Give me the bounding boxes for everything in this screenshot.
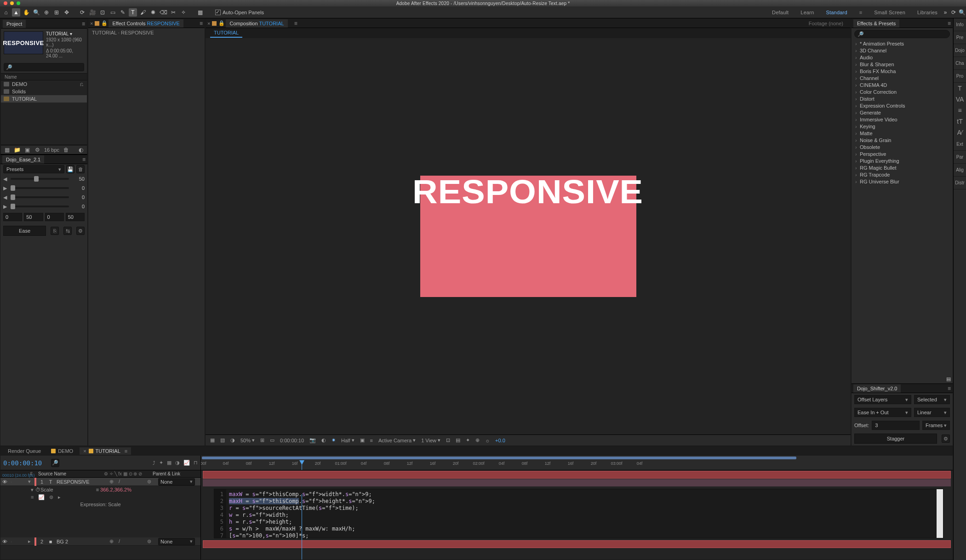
- ep-category[interactable]: › CINEMA 4D: [852, 81, 953, 88]
- ds-panel-menu-icon[interactable]: ≡: [948, 385, 951, 392]
- cam-icon[interactable]: 🎥: [88, 8, 97, 17]
- layer-bar-bg2[interactable]: [203, 540, 951, 548]
- project-panel-menu-icon[interactable]: ≡: [82, 21, 85, 27]
- ease-mini-input[interactable]: 0: [3, 213, 22, 221]
- auto-open-panels-checkbox[interactable]: Auto-Open Panels: [215, 10, 264, 15]
- ds-ease-dropdown[interactable]: Ease In + Out▾: [854, 408, 911, 417]
- hand-icon[interactable]: ✋: [22, 8, 30, 17]
- roi-icon[interactable]: ▭: [269, 437, 275, 443]
- zoom-dropdown[interactable]: 50% ▾: [240, 437, 256, 443]
- expo-icon[interactable]: ☼: [484, 438, 491, 443]
- interpret-icon[interactable]: ▦: [4, 147, 10, 153]
- stopwatch-icon[interactable]: ⏱: [35, 487, 40, 492]
- panel-menu-icon[interactable]: ≡: [125, 448, 127, 454]
- parent-dropdown[interactable]: None ▾: [158, 538, 195, 545]
- timeline-tracks[interactable]: 1234567 maxW = s="f">thisComp.s="f">widt…: [201, 470, 953, 560]
- label-color[interactable]: [34, 478, 36, 486]
- tl-shy-icon[interactable]: ⤴: [153, 460, 155, 466]
- workspace-overflow-icon[interactable]: »: [941, 8, 949, 17]
- show-channel-icon[interactable]: ◐: [320, 437, 327, 443]
- folder-new-icon[interactable]: 📁: [14, 147, 20, 153]
- timeline-search-input[interactable]: 🔎: [51, 459, 59, 467]
- collapsed-tab[interactable]: Dojo: [954, 44, 966, 57]
- ep-category[interactable]: › Noise & Grain: [852, 137, 953, 143]
- flowchart-icon[interactable]: ⎌: [80, 81, 83, 87]
- tab-effects-presets[interactable]: Effects & Presets: [853, 19, 899, 28]
- stagger-button[interactable]: Stagger: [854, 434, 937, 444]
- orbit-icon[interactable]: ⊕: [42, 8, 51, 17]
- expr-graph-icon[interactable]: 📈: [38, 494, 45, 500]
- layer-switches[interactable]: ⊕ /: [109, 538, 144, 544]
- char-tool-icon[interactable]: T: [954, 83, 966, 94]
- layer-row[interactable]: 👁·▾1TRESPONSIVE⊕ /⊚None ▾: [0, 478, 200, 486]
- search-help-icon[interactable]: 🔍: [958, 8, 966, 17]
- ease-slider[interactable]: ▶0: [0, 183, 87, 193]
- dojo-ease-presets-dropdown[interactable]: Presets ▾: [3, 165, 64, 173]
- ep-category[interactable]: › Expression Controls: [852, 102, 953, 109]
- timeline-icon[interactable]: ≡: [369, 438, 374, 443]
- eye-icon[interactable]: 👁: [2, 479, 8, 485]
- dojo-ease-save-icon[interactable]: 💾: [66, 165, 74, 173]
- collapsed-tab[interactable]: Alig: [954, 164, 966, 177]
- effects-presets-tree[interactable]: › * Animation Presets› 3D Channel› Audio…: [852, 40, 953, 376]
- label-color[interactable]: [34, 537, 36, 546]
- ep-category[interactable]: › Plugin Everything: [852, 157, 953, 164]
- views-dropdown[interactable]: 1 View ▾: [420, 437, 441, 443]
- eraser-icon[interactable]: ⌫: [159, 8, 167, 17]
- lock-icon[interactable]: 🔒: [101, 20, 108, 26]
- ep-category[interactable]: › Channel: [852, 74, 953, 81]
- layer-bar-responsive[interactable]: [203, 471, 951, 479]
- ease-slider[interactable]: ◀0: [0, 193, 87, 202]
- zoom-icon[interactable]: 🔍: [32, 8, 40, 17]
- close-icon[interactable]: ×: [83, 448, 86, 454]
- workspace-small-screen[interactable]: Small Screen: [874, 8, 905, 17]
- resolution-dropdown[interactable]: Half ▾: [340, 437, 355, 443]
- ep-category[interactable]: › Blur & Sharpen: [852, 61, 953, 68]
- tab-project[interactable]: Project: [3, 20, 26, 28]
- pan-behind-icon[interactable]: ⊡: [98, 8, 107, 17]
- ep-category[interactable]: › Keying: [852, 123, 953, 130]
- viewer-panel-menu-icon[interactable]: ≡: [294, 20, 297, 27]
- ep-category[interactable]: › Perspective: [852, 150, 953, 157]
- color-mgmt-icon[interactable]: ✷: [331, 437, 337, 443]
- ease-link-icon[interactable]: ⇆: [63, 227, 72, 235]
- close-panel-icon[interactable]: ×: [207, 21, 210, 26]
- col-parent-link[interactable]: Parent & Link: [150, 471, 200, 476]
- project-header-name[interactable]: Name: [1, 73, 87, 80]
- ds-curve-dropdown[interactable]: Linear▾: [914, 408, 950, 417]
- ep-category[interactable]: › Color Correction: [852, 88, 953, 95]
- expression-editor[interactable]: 1234567 maxW = s="f">thisComp.s="f">widt…: [214, 489, 943, 538]
- draft3d-icon[interactable]: ▤: [455, 437, 461, 443]
- camera-dropdown[interactable]: Active Camera ▾: [377, 437, 417, 443]
- snapping-icon[interactable]: ▦: [196, 8, 204, 17]
- workspace-menu-icon[interactable]: ≡: [859, 10, 862, 15]
- ease-gear-icon[interactable]: ⚙: [76, 227, 85, 235]
- ep-category[interactable]: › RG Universe Blur: [852, 178, 953, 185]
- ds-offset-input[interactable]: 3: [872, 421, 920, 430]
- solo-panel-icon[interactable]: [95, 21, 99, 26]
- ep-category[interactable]: › * Animation Presets: [852, 40, 953, 47]
- project-item[interactable]: Solids: [1, 88, 87, 95]
- ease-slider[interactable]: ▶0: [0, 202, 87, 211]
- workspace-libraries[interactable]: Libraries: [917, 8, 937, 17]
- ease-button[interactable]: Ease: [3, 226, 46, 236]
- unified-icon[interactable]: ⊞: [52, 8, 61, 17]
- timeline-tab[interactable]: ×TUTORIAL≡: [80, 447, 131, 455]
- pickwhip-icon[interactable]: ⊚: [147, 538, 155, 544]
- collapsed-tab[interactable]: Pre: [954, 31, 966, 44]
- char-tool-icon[interactable]: VA: [954, 94, 966, 105]
- ease-mini-input[interactable]: 50: [66, 213, 85, 221]
- collapsed-tab[interactable]: Pro: [954, 70, 966, 83]
- twirl-icon[interactable]: ▾: [31, 487, 35, 493]
- roto-icon[interactable]: ✂: [169, 8, 177, 17]
- viewer-time[interactable]: 0:00:00:10: [279, 438, 305, 443]
- ep-category[interactable]: › Matte: [852, 130, 953, 137]
- expr-pickwhip-icon[interactable]: ⊚: [49, 494, 53, 500]
- res-grid-icon[interactable]: ⊞: [259, 437, 265, 443]
- ep-category[interactable]: › RG Trapcode: [852, 171, 953, 178]
- ep-panel-menu-icon[interactable]: ≡: [948, 20, 951, 27]
- fast-preview-icon[interactable]: ▣: [359, 437, 366, 443]
- always-preview-icon[interactable]: ▦: [209, 437, 216, 443]
- ep-category[interactable]: › 3D Channel: [852, 47, 953, 54]
- ds-offset-unit-dropdown[interactable]: Frames▾: [922, 421, 950, 430]
